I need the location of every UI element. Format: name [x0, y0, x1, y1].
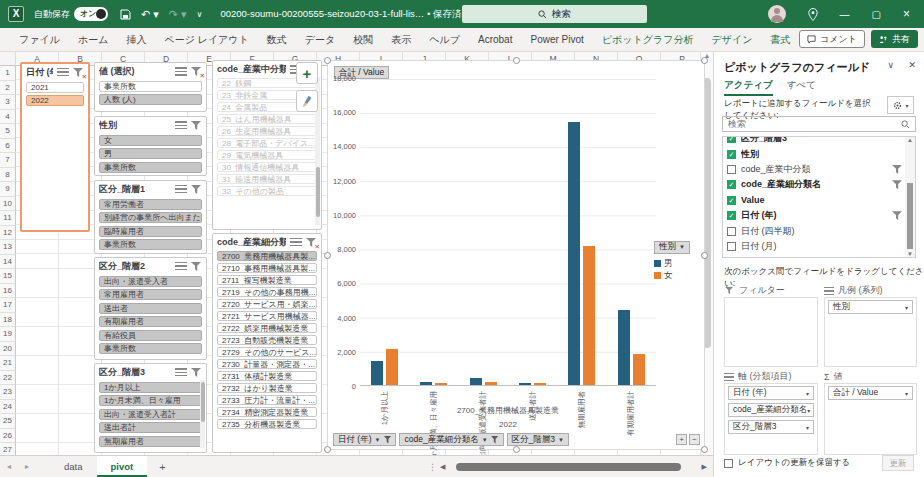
row-header[interactable]: 24 — [0, 400, 16, 415]
row-header[interactable]: 22 — [0, 371, 16, 386]
drill-down-button[interactable]: − — [689, 434, 700, 445]
search-box[interactable]: 検索 — [462, 5, 647, 23]
slicer-item[interactable]: 29_電気機械器具 — [217, 150, 317, 160]
tab-active-fields[interactable]: アクティブ — [724, 79, 773, 96]
row-header[interactable]: 16 — [0, 284, 16, 299]
pivot-chart[interactable]: 合計 / Value 18,00016,00014,00012,00010,00… — [327, 60, 705, 450]
pane-close-icon[interactable]: ✕ — [908, 60, 916, 70]
row-header[interactable]: 15 — [0, 269, 16, 284]
slicer-item[interactable]: 人数 (人) — [99, 94, 202, 105]
slicer-item[interactable]: 常用労働者 — [99, 199, 202, 210]
clear-filter-icon[interactable] — [191, 367, 202, 378]
sheet-tab[interactable]: data — [50, 456, 97, 477]
legend-item[interactable]: 男 — [654, 258, 698, 270]
scroll-right-icon[interactable]: ▶ — [702, 463, 707, 471]
tab-splitter-handle[interactable]: ⋮ — [428, 462, 437, 472]
share-button[interactable]: 共有 — [871, 30, 918, 48]
field-row[interactable]: ✓ 区分_階層3 — [723, 136, 915, 146]
slicer-item[interactable]: 男 — [99, 148, 202, 159]
multiselect-icon[interactable] — [175, 121, 187, 130]
bar-male[interactable] — [470, 378, 482, 385]
resize-handle[interactable] — [324, 446, 331, 453]
slicer-item[interactable]: 事業所数 — [99, 239, 202, 250]
document-title[interactable]: 00200-soumu-00200555-seizou20-03-1-full-… — [220, 8, 480, 21]
ribbon-tab[interactable]: データ — [296, 28, 344, 51]
row-header[interactable]: 21 — [0, 356, 16, 371]
row-header[interactable]: 13 — [0, 240, 16, 255]
horizontal-scrollbar[interactable]: ◀ ▶ — [440, 462, 707, 472]
resize-handle[interactable] — [701, 252, 708, 259]
field-row[interactable]: ✓ Value — [723, 193, 915, 208]
slicer-item[interactable]: 常用雇用者 — [99, 289, 202, 300]
row-header[interactable]: 8 — [0, 168, 16, 183]
slicer-item[interactable]: 2720_サービス用・娯楽... — [217, 299, 317, 309]
row-header[interactable]: 23 — [0, 385, 16, 400]
row-header[interactable]: 1 — [0, 66, 16, 81]
field-row[interactable]: ✓ 日付 (月) — [723, 239, 915, 254]
ribbon-tab[interactable]: 校閲 — [344, 28, 382, 51]
slicer-industry-detail-name[interactable]: code_産業細分類名 2700_業務用機械器具製...2710_事務用機械器具… — [212, 233, 322, 453]
bar-male[interactable] — [618, 310, 630, 385]
slicer-item[interactable]: 25_はん用機械器具 — [217, 114, 317, 124]
slicer-item[interactable]: 事業所数 — [99, 162, 202, 173]
field-checkbox[interactable]: ✓ — [727, 211, 736, 220]
slicer-item[interactable]: 女 — [99, 135, 202, 146]
row-header[interactable]: 6 — [0, 139, 16, 154]
multiselect-icon[interactable] — [290, 238, 302, 247]
resize-handle[interactable] — [324, 57, 331, 64]
ribbon-tab[interactable]: 数式 — [258, 28, 296, 51]
axis-dropzone[interactable]: 日付 (年)▾code_産業細分類名▾区分_階層3▾ — [724, 383, 818, 455]
row-header[interactable]: 11 — [0, 211, 16, 226]
resize-handle[interactable] — [513, 446, 520, 453]
slicer-item[interactable]: 別経営の事業所へ出向または派... — [99, 212, 202, 223]
close-button[interactable]: × — [903, 7, 910, 21]
slicer-item[interactable]: 1か月以上 — [99, 382, 202, 393]
ribbon-tab[interactable]: Acrobat — [469, 28, 521, 51]
field-checkbox[interactable]: ✓ — [727, 180, 736, 189]
multiselect-icon[interactable] — [175, 262, 187, 271]
slicer-item[interactable]: 2732_はかり製造業 — [217, 383, 317, 393]
row-header[interactable]: 2 — [0, 81, 16, 96]
slicer-item[interactable]: 臨時雇用者 — [99, 226, 202, 237]
area-field-pill[interactable]: 性別▾ — [828, 300, 913, 314]
area-field-pill[interactable]: 日付 (年)▾ — [728, 386, 814, 400]
sheet-nav-right-icon[interactable]: ▸ — [18, 462, 36, 471]
slicer-item[interactable]: 有給役員 — [99, 330, 202, 341]
field-filter-icon[interactable] — [892, 179, 903, 190]
drill-up-button[interactable]: + — [676, 434, 687, 445]
chart-elements-button[interactable]: + — [296, 62, 318, 84]
slicer-kubun-level1[interactable]: 区分_階層1 常用労働者別経営の事業所へ出向または派...臨時雇用者事業所数 — [94, 180, 207, 254]
slicer-item[interactable]: 事業所数 — [99, 81, 202, 92]
resize-handle[interactable] — [701, 57, 708, 64]
field-list-scrollbar[interactable]: ▲▼ — [905, 137, 915, 257]
field-filter-icon[interactable] — [892, 210, 903, 221]
save-icon[interactable] — [120, 9, 131, 20]
slicer-kubun-level2[interactable]: 区分_階層2 出向・派遣受入者常用雇用者送出者有期雇用者有給役員事業所数 — [94, 257, 207, 360]
sheet-tab[interactable]: pivot — [97, 456, 148, 477]
slicer-industry-mid-class[interactable]: code_産業中分類 22_鉄鋼23_非鉄金属24_金属製品25_はん用機械器具… — [212, 60, 322, 230]
slicer-item[interactable]: 28_電子部品・デバイス... — [217, 138, 317, 148]
slicer-gender[interactable]: 性別 女男事業所数 — [94, 116, 207, 176]
slicer-value-select[interactable]: 値 (選択) 事業所数人数 (人) — [94, 62, 207, 112]
resize-handle[interactable] — [324, 252, 331, 259]
field-checkbox[interactable]: ✓ — [727, 150, 736, 159]
slicer-item[interactable]: 2700_業務用機械器具製... — [217, 251, 317, 261]
ribbon-tab[interactable]: ピボットグラフ分析 — [593, 28, 703, 51]
horizontal-scroll-thumb[interactable] — [456, 463, 680, 471]
row-header[interactable]: 12 — [0, 226, 16, 241]
row-header[interactable]: 25 — [0, 414, 16, 429]
row-header[interactable]: 7 — [0, 153, 16, 168]
comments-button[interactable]: コメント — [799, 30, 865, 48]
slicer-item[interactable]: 32_その他の製品 — [217, 186, 317, 196]
clear-filter-icon[interactable] — [191, 261, 202, 272]
area-field-pill[interactable]: 合計 / Value▾ — [828, 386, 913, 400]
multiselect-icon[interactable] — [175, 185, 187, 194]
multiselect-icon[interactable] — [57, 68, 69, 77]
location-pin-icon[interactable] — [808, 8, 818, 21]
resize-handle[interactable] — [513, 57, 520, 64]
slicer-item[interactable]: 出向・派遣受入者計 — [99, 409, 202, 420]
field-checkbox[interactable]: ✓ — [727, 227, 736, 236]
ribbon-tab[interactable]: デザイン — [702, 28, 761, 51]
legend-field-button[interactable]: 性別▼ — [654, 241, 690, 254]
area-field-pill[interactable]: code_産業細分類名▾ — [728, 403, 814, 417]
